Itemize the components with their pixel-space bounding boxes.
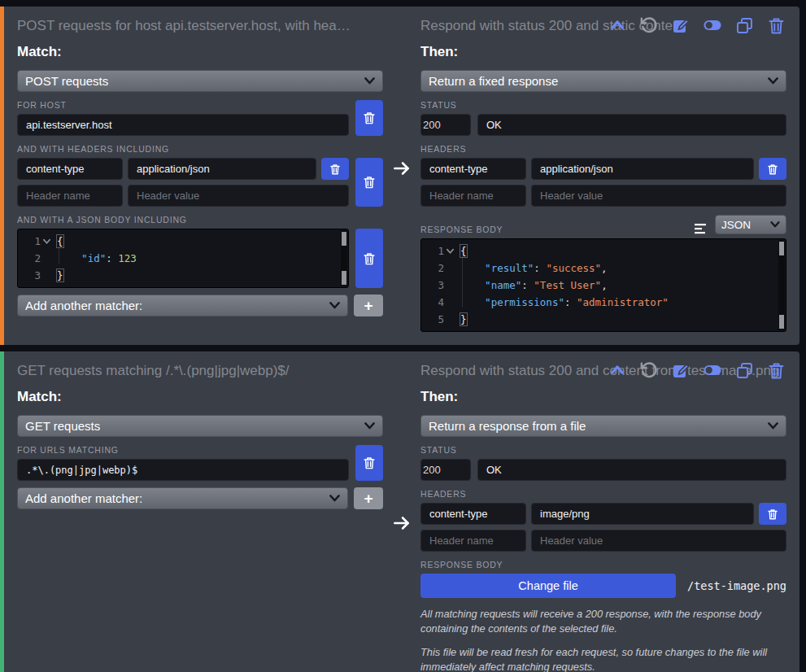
status-message-input[interactable]: [477, 459, 786, 481]
handler-type-select[interactable]: Return a fixed response: [420, 70, 786, 92]
fold-icon[interactable]: [444, 247, 455, 255]
delete-matcher-button[interactable]: [355, 100, 383, 136]
file-response-note: All matching requests will receive a 200…: [420, 607, 786, 636]
response-body-label: RESPONSE BODY: [420, 225, 695, 234]
status-code-input[interactable]: [420, 459, 471, 481]
json-body-matcher-label: AND WITH A JSON BODY INCLUDING: [17, 215, 383, 225]
body-format-select[interactable]: JSON: [715, 215, 786, 234]
chevron-down-icon: [768, 422, 778, 430]
chevron-down-icon: [770, 221, 780, 228]
add-matcher-select[interactable]: Add another matcher:: [17, 295, 348, 316]
status-message-input[interactable]: [477, 114, 786, 136]
trash-icon: [364, 252, 375, 265]
header-value-input[interactable]: [531, 185, 786, 207]
toggle-on-icon[interactable]: [704, 361, 721, 379]
arrow-right-icon: [391, 513, 412, 537]
trash-icon: [364, 176, 375, 189]
file-refresh-note: This file will be read fresh for each re…: [420, 645, 786, 672]
header-value-input[interactable]: [531, 158, 754, 180]
toggle-on-icon[interactable]: [704, 16, 721, 34]
status-code-input[interactable]: [420, 114, 471, 136]
header-row: [420, 158, 786, 180]
delete-matcher-button[interactable]: [355, 229, 383, 288]
format-icon[interactable]: [695, 224, 708, 234]
status-label: STATUS: [420, 100, 786, 110]
delete-matcher-button[interactable]: [355, 158, 383, 207]
match-heading: Match:: [17, 44, 383, 60]
header-name-input[interactable]: [17, 185, 123, 207]
host-input[interactable]: [17, 114, 349, 136]
then-heading: Then:: [420, 389, 786, 405]
matcher-type-select[interactable]: GET requests: [17, 415, 383, 437]
selected-file-path: /test-image.png: [687, 579, 786, 592]
arrow-right-icon: [391, 158, 412, 182]
header-value-input[interactable]: [128, 158, 316, 180]
header-value-input[interactable]: [128, 185, 349, 207]
clone-icon[interactable]: [735, 361, 753, 379]
header-value-input[interactable]: [531, 503, 754, 525]
delete-rule-icon[interactable]: [767, 16, 785, 34]
editor-scrollbar[interactable]: [778, 240, 785, 330]
delete-header-button[interactable]: [759, 158, 786, 180]
response-body-label: RESPONSE BODY: [420, 560, 786, 569]
collapse-icon[interactable]: [608, 361, 626, 379]
add-matcher-select[interactable]: Add another matcher:: [17, 487, 348, 509]
header-value-input[interactable]: [531, 530, 786, 552]
change-file-button[interactable]: Change file: [420, 574, 676, 598]
delete-header-button[interactable]: [321, 158, 349, 180]
trash-icon: [330, 164, 340, 175]
chevron-down-icon: [329, 302, 340, 309]
response-body-editor[interactable]: 1{ 2 "result": "success", 3 "name": "Tes…: [420, 238, 786, 332]
chevron-down-icon: [329, 495, 340, 502]
status-label: STATUS: [420, 445, 786, 455]
handler-type-select[interactable]: Return a response from a file: [420, 415, 786, 437]
clone-icon[interactable]: [735, 16, 753, 34]
edit-icon[interactable]: [672, 361, 690, 379]
header-row: [420, 503, 786, 525]
add-matcher-button[interactable]: +: [354, 487, 383, 509]
collapse-icon[interactable]: [608, 16, 626, 34]
add-matcher-button[interactable]: +: [354, 295, 383, 316]
url-pattern-input[interactable]: [17, 459, 349, 481]
editor-scrollbar[interactable]: [341, 230, 347, 286]
mock-rule-card-post: POST requests for host api.testserver.ho…: [0, 7, 799, 345]
url-matcher-label: FOR URLS MATCHING: [17, 445, 349, 455]
delete-header-button[interactable]: [759, 503, 786, 525]
delete-rule-icon[interactable]: [767, 361, 785, 379]
revert-icon[interactable]: [640, 16, 658, 34]
trash-icon: [768, 508, 778, 520]
for-host-label: FOR HOST: [17, 100, 349, 110]
matcher-type-select[interactable]: POST requests: [17, 70, 383, 92]
chevron-down-icon: [768, 77, 778, 85]
edit-icon[interactable]: [672, 16, 690, 34]
headers-label: HEADERS: [420, 489, 786, 499]
then-heading: Then:: [420, 44, 786, 60]
header-name-input[interactable]: [420, 503, 526, 525]
header-row-empty: [420, 530, 786, 552]
trash-icon: [364, 111, 375, 124]
header-row-empty: [17, 185, 349, 207]
header-name-input[interactable]: [420, 185, 526, 207]
header-name-input[interactable]: [420, 530, 526, 552]
rule-title: POST requests for host api.testserver.ho…: [17, 15, 383, 39]
headers-matcher-label: AND WITH HEADERS INCLUDING: [17, 144, 383, 154]
header-row: [17, 158, 349, 180]
trash-icon: [364, 456, 375, 469]
headers-label: HEADERS: [420, 144, 786, 154]
chevron-down-icon: [364, 422, 375, 430]
fold-icon[interactable]: [41, 237, 52, 246]
header-row-empty: [420, 185, 786, 207]
json-body-editor[interactable]: 1{ 2 "id": 123 3}: [17, 229, 349, 288]
mock-rule-card-get: GET requests matching /.*\.(png|jpg|webp…: [0, 351, 799, 672]
match-heading: Match:: [17, 389, 383, 405]
delete-matcher-button[interactable]: [355, 445, 383, 481]
revert-icon[interactable]: [640, 361, 658, 379]
trash-icon: [768, 164, 778, 175]
rule-title: GET requests matching /.*\.(png|jpg|webp…: [17, 360, 383, 384]
header-name-input[interactable]: [17, 158, 123, 180]
header-name-input[interactable]: [420, 158, 526, 180]
chevron-down-icon: [364, 77, 375, 85]
